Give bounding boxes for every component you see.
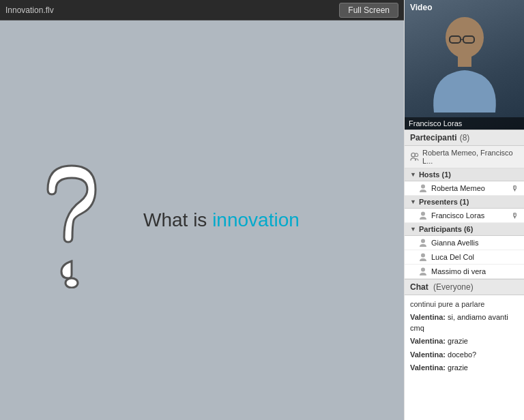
- question-mark-graphic: [27, 152, 116, 288]
- hosts-participant-row: Roberta Memeo 🎙: [405, 181, 524, 196]
- massimo-icon: [418, 267, 428, 276]
- chat-message-4: Valentina: docebo?: [410, 350, 519, 360]
- video-area: What is innovation: [0, 20, 404, 420]
- video-section-title: Video: [410, 3, 432, 12]
- right-panel: Video Francisco Loras Partecipanti (8): [404, 0, 524, 420]
- roberta-icon: [418, 183, 428, 193]
- chat-section: Chat (Everyone) continui pure a parlare …: [405, 279, 524, 420]
- svg-point-11: [421, 254, 425, 258]
- participants-title: Partecipanti: [410, 133, 457, 142]
- innovation-label: What is innovation: [143, 209, 300, 231]
- chat-message-5: Valentina: grazie: [410, 363, 519, 373]
- francisco-icon: [418, 211, 428, 220]
- video-section: Video Francisco Loras: [405, 0, 524, 130]
- presenters-group-header[interactable]: ▼ Presenters (1): [405, 196, 524, 209]
- presenters-label: Presenters (1): [419, 198, 469, 206]
- fullscreen-button[interactable]: Full Screen: [339, 3, 398, 18]
- participant-video: [405, 0, 524, 130]
- luca-icon: [418, 252, 428, 262]
- video-filename: Innovation.flv: [5, 5, 54, 15]
- svg-point-0: [66, 278, 78, 288]
- participants-arrow: ▼: [410, 226, 416, 232]
- hosts-label: Hosts (1): [419, 170, 451, 179]
- chat-header: Chat (Everyone): [405, 280, 524, 295]
- participants-summary-text: Roberta Memeo, Francisco L...: [422, 149, 519, 165]
- participants-summary-icon: [410, 152, 419, 162]
- left-panel: Innovation.flv Full Screen What is innov…: [0, 0, 404, 420]
- chat-message-3: Valentina: grazie: [410, 336, 519, 346]
- svg-rect-5: [458, 57, 471, 67]
- presenters-arrow: ▼: [410, 198, 416, 205]
- person-silhouette: [424, 17, 506, 112]
- chat-sender-2: Valentina:: [410, 313, 446, 321]
- chat-sender-4: Valentina:: [410, 350, 446, 359]
- hosts-group-header[interactable]: ▼ Hosts (1): [405, 168, 524, 181]
- participant-row-massimo: Massimo di vera: [405, 265, 524, 279]
- participant-row-gianna: Gianna Avellis: [405, 236, 524, 250]
- luca-name: Luca Del Col: [431, 253, 474, 261]
- chat-sender-5: Valentina:: [410, 363, 446, 372]
- francisco-loras-name: Francisco Loras: [431, 211, 484, 220]
- chat-title: Chat: [410, 282, 428, 292]
- video-content: What is innovation: [0, 152, 404, 288]
- participants-group-header[interactable]: ▼ Participants (6): [405, 223, 524, 236]
- gianna-icon: [418, 238, 428, 247]
- video-name-tag: Francisco Loras: [405, 117, 524, 130]
- svg-point-1: [446, 17, 484, 58]
- chat-audience: (Everyone): [433, 282, 474, 292]
- svg-point-12: [421, 268, 425, 272]
- title-bar: Innovation.flv Full Screen: [0, 0, 404, 20]
- svg-point-10: [421, 239, 425, 243]
- participants-sublabel: Participants (6): [419, 225, 473, 233]
- participant-row-luca: Luca Del Col: [405, 250, 524, 265]
- chat-messages: continui pure a parlare Valentina: si, a…: [405, 295, 524, 420]
- participants-section: Partecipanti (8) Roberta Memeo, Francisc…: [405, 130, 524, 279]
- chat-message-2: Valentina: si, andiamo avanti cmq: [410, 312, 519, 333]
- francisco-mic-icon: 🎙: [511, 211, 519, 220]
- svg-point-8: [421, 185, 425, 189]
- gianna-name: Gianna Avellis: [431, 239, 479, 247]
- chat-message-1: continui pure a parlare: [410, 299, 519, 310]
- roberta-mic-icon: 🎙: [511, 184, 519, 192]
- roberta-memeo-name: Roberta Memeo: [431, 184, 485, 192]
- chat-sender-3: Valentina:: [410, 337, 446, 345]
- participants-header: Partecipanti (8): [405, 130, 524, 146]
- massimo-name: Massimo di vera: [431, 267, 486, 275]
- hosts-arrow: ▼: [410, 171, 416, 178]
- svg-point-9: [421, 212, 425, 216]
- participants-count: (8): [460, 133, 470, 142]
- participants-summary: Roberta Memeo, Francisco L...: [405, 146, 524, 168]
- presenters-participant-row: Francisco Loras 🎙: [405, 209, 524, 223]
